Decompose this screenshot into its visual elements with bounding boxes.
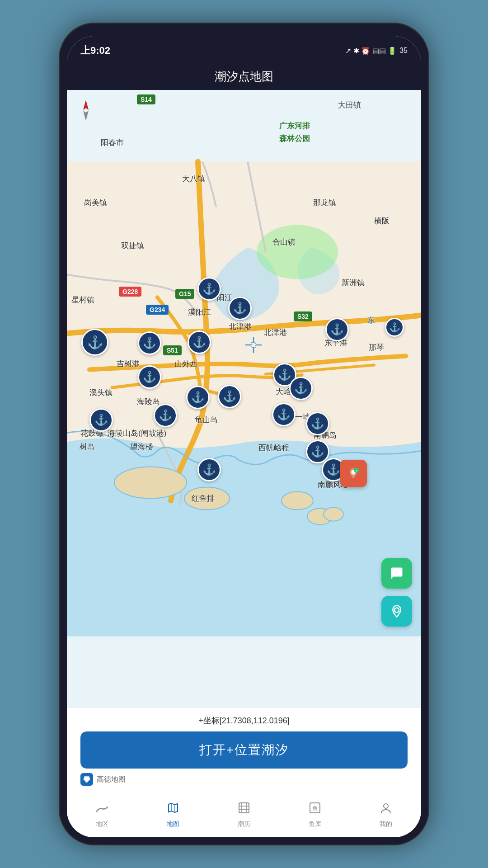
anchor-marker-4[interactable]: ⚓ xyxy=(138,331,161,355)
anchor-marker-3[interactable]: ⚓ xyxy=(81,329,108,356)
svg-point-28 xyxy=(384,804,388,808)
bottom-panel: +坐标[21.7308,112.0196] 打开+位置潮汐 高德地图 xyxy=(67,708,421,795)
phone-screen: 上9:02 ↗ ✱ ⏰ ▤▤ 🔋 35 潮汐点地图 xyxy=(67,36,421,837)
svg-point-2 xyxy=(114,467,187,499)
nav-item-region[interactable]: 地区 xyxy=(67,802,138,828)
label-shuangjie: 双捷镇 xyxy=(121,241,144,251)
location-fab-button[interactable] xyxy=(381,596,412,627)
anchor-marker-14[interactable]: ⚓ xyxy=(154,404,177,427)
anchor-marker-12[interactable]: ⚓ xyxy=(289,377,313,400)
label-gangmei: 岗美镇 xyxy=(84,198,107,208)
bottom-nav: 地区 地图 xyxy=(67,795,421,837)
label-daling: 大㟏 xyxy=(276,387,291,397)
header-title: 潮汐点地图 xyxy=(215,70,273,83)
compass xyxy=(78,99,94,122)
nav-icon-tide xyxy=(238,802,250,817)
nav-icon-fishlib: 鱼 xyxy=(309,802,321,817)
label-hongyu: 红鱼排 xyxy=(192,493,215,504)
gaode-logo: 高德地图 xyxy=(80,773,408,786)
label-xinzhou: 新洲镇 xyxy=(342,278,365,288)
gaode-logo-text: 高德地图 xyxy=(97,775,126,784)
nav-label-tide: 潮历 xyxy=(238,820,250,828)
gaode-logo-icon xyxy=(80,773,93,786)
anchor-marker-8[interactable]: ⚓ xyxy=(138,365,161,389)
label-xipan: 西帆㟏程 xyxy=(258,443,289,453)
road-badge-s14: S14 xyxy=(137,94,155,104)
status-icons: ↗ ✱ ⏰ ▤▤ 🔋 35 xyxy=(345,47,408,55)
app-header: 潮汐点地图 xyxy=(67,63,421,90)
svg-point-4 xyxy=(282,492,313,510)
coordinates-text: +坐标[21.7308,112.0196] xyxy=(80,715,408,726)
svg-text:+: + xyxy=(355,469,357,473)
anchor-marker-19[interactable]: ⚓ xyxy=(197,458,221,481)
svg-point-17 xyxy=(394,608,399,613)
road-badge-g228: G228 xyxy=(119,287,141,297)
location-marker-red[interactable]: + xyxy=(340,460,367,487)
svg-marker-7 xyxy=(83,100,89,110)
road-badge-g15: G15 xyxy=(175,289,194,299)
label-yangchun: 阳春市 xyxy=(101,137,124,148)
label-nalong: 那龙镇 xyxy=(313,198,336,208)
map-roads-svg xyxy=(67,90,421,708)
label-hailinshandao: 海陵山岛(闸坡港) xyxy=(108,428,166,439)
label-beijngang1: 北津港 xyxy=(229,321,252,332)
chat-fab-button[interactable] xyxy=(381,558,412,589)
label-muyangjiang: 漠阳江 xyxy=(188,307,211,317)
open-tide-button[interactable]: 打开+位置潮汐 xyxy=(80,731,408,769)
anchor-marker-7[interactable]: ⚓ xyxy=(385,318,404,337)
label-hengyang: 横阪 xyxy=(374,216,389,226)
fab-container xyxy=(381,558,412,627)
label-xingcun: 星村镇 xyxy=(71,295,94,305)
label-xitou: 溪头镇 xyxy=(89,387,113,398)
nav-icon-map xyxy=(167,802,179,817)
nav-icon-mine xyxy=(380,802,392,817)
nav-label-region: 地区 xyxy=(96,820,108,828)
status-time: 上9:02 xyxy=(80,44,110,57)
nav-label-fishlib: 鱼库 xyxy=(309,820,321,828)
anchor-marker-5[interactable]: ⚓ xyxy=(188,330,211,354)
nav-item-fishlib[interactable]: 鱼 鱼库 xyxy=(279,802,350,828)
battery-level: 35 xyxy=(399,47,408,55)
nav-item-map[interactable]: 地图 xyxy=(138,802,209,828)
label-wanghailou: 望海楼 xyxy=(130,442,153,452)
signal-icons: ↗ ✱ ⏰ ▤▤ 🔋 xyxy=(345,47,397,55)
road-badge-g234: G234 xyxy=(146,305,169,315)
road-badge-s51: S51 xyxy=(163,345,182,355)
label-datian: 大田镇 xyxy=(338,100,361,110)
label-shanwai: 山外西 xyxy=(174,359,197,369)
crosshair xyxy=(244,336,263,358)
label-naqi: 那琴 xyxy=(369,342,384,353)
label-forest: 森林公园 xyxy=(279,133,310,144)
label-hailing: 海陵岛 xyxy=(137,396,160,407)
svg-marker-8 xyxy=(83,111,89,121)
anchor-marker-10[interactable]: ⚓ xyxy=(218,385,241,408)
anchor-marker-9[interactable]: ⚓ xyxy=(186,386,210,409)
label-heshan: 合山镇 xyxy=(272,237,296,247)
anchor-marker-15[interactable]: ⚓ xyxy=(272,403,296,426)
camera-notch xyxy=(217,36,271,49)
label-shudao: 树岛 xyxy=(80,442,95,452)
svg-rect-16 xyxy=(251,343,256,347)
nav-item-tide[interactable]: 潮历 xyxy=(209,802,280,828)
label-guangdong: 广东河排 xyxy=(279,121,310,131)
label-beijngang2: 北津港 xyxy=(264,327,287,338)
nav-label-map: 地图 xyxy=(167,820,179,828)
label-jishu: 吉树港 xyxy=(117,359,140,369)
nav-icon-region xyxy=(96,802,108,817)
anchor-marker-13[interactable]: ⚓ xyxy=(89,408,113,432)
svg-rect-21 xyxy=(239,803,249,813)
label-guishan: 龟山岛 xyxy=(195,415,218,425)
anchor-marker-17[interactable]: ⚓ xyxy=(306,440,329,463)
map-container[interactable]: S14 G228 G15 G234 S51 S32 大田镇 阳春市 广东河排 森… xyxy=(67,90,421,708)
svg-point-6 xyxy=(324,508,343,521)
svg-text:鱼: 鱼 xyxy=(312,805,318,812)
svg-marker-18 xyxy=(84,776,90,783)
road-badge-s32: S32 xyxy=(294,311,312,321)
anchor-marker-2[interactable]: ⚓ xyxy=(228,297,252,320)
anchor-marker-16[interactable]: ⚓ xyxy=(306,412,329,435)
label-dong: 东 xyxy=(367,315,375,326)
nav-item-mine[interactable]: 我的 xyxy=(350,802,421,828)
anchor-marker-6[interactable]: ⚓ xyxy=(325,318,349,341)
anchor-marker-1[interactable]: ⚓ xyxy=(197,277,221,301)
label-daba: 大八镇 xyxy=(182,174,205,184)
